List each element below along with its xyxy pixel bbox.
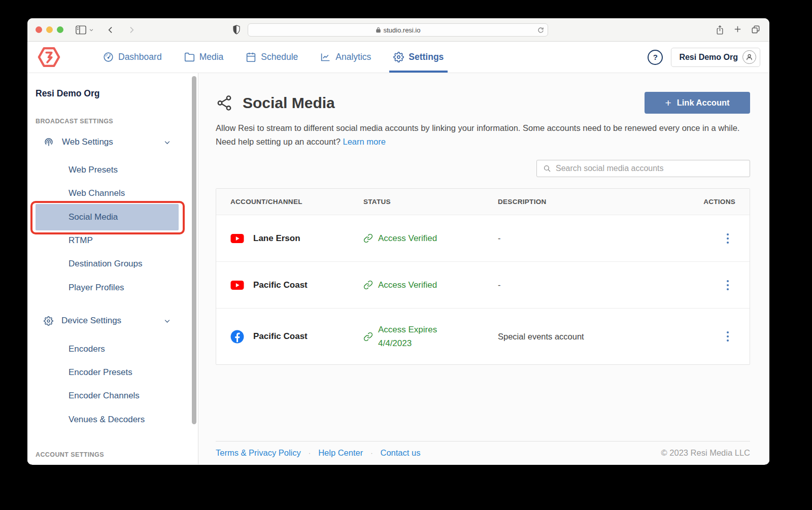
status-text: Access Expires 4/4/2023 xyxy=(378,323,464,350)
person-icon xyxy=(742,50,756,64)
sidebar-item-encoders[interactable]: Encoders xyxy=(36,337,179,361)
sidebar-item-player-profiles[interactable]: Player Profiles xyxy=(36,276,179,299)
nav-dashboard[interactable]: Dashboard xyxy=(103,42,162,73)
footer-link-terms[interactable]: Terms & Privacy Policy xyxy=(216,448,301,458)
privacy-shield-icon[interactable] xyxy=(232,24,241,35)
kebab-menu-button[interactable] xyxy=(726,233,729,244)
account-description: - xyxy=(498,280,684,290)
question-mark-icon: ? xyxy=(653,53,658,61)
chevron-down-icon xyxy=(89,27,94,32)
chrome-right-buttons xyxy=(716,25,760,35)
resi-logo[interactable] xyxy=(38,46,60,69)
sidebar-item-web-settings[interactable]: Web Settings xyxy=(27,133,191,151)
column-header-actions: ACTIONS xyxy=(684,198,750,206)
forward-button[interactable] xyxy=(127,26,136,34)
sidebar-item-device-settings[interactable]: Device Settings xyxy=(27,312,191,330)
org-menu-button[interactable]: Resi Demo Org xyxy=(671,48,760,67)
sidebar-item-label: Device Settings xyxy=(61,316,121,326)
youtube-icon xyxy=(230,233,244,244)
sidebar-item-web-channels[interactable]: Web Channels xyxy=(36,182,179,205)
sidebar-item-rtmp[interactable]: RTMP xyxy=(36,229,179,252)
tab-overview-button[interactable] xyxy=(751,25,760,35)
sidebar-section-account-settings: ACCOUNT SETTINGS xyxy=(36,451,104,458)
nav-label: Dashboard xyxy=(118,52,162,62)
back-button[interactable] xyxy=(107,26,115,34)
link-account-label: Link Account xyxy=(677,98,730,108)
sidebar-item-web-presets[interactable]: Web Presets xyxy=(36,158,179,182)
url-text: studio.resi.io xyxy=(384,26,421,34)
account-description: Special events account xyxy=(498,332,684,342)
table-header: ACCOUNT/CHANNEL STATUS DESCRIPTION ACTIO… xyxy=(216,189,750,215)
main-content: Social Media + Link Account Allow Resi t… xyxy=(198,73,769,464)
status-text: Access Verified xyxy=(378,278,437,292)
folder-icon xyxy=(184,52,195,62)
gear-icon xyxy=(393,52,404,62)
broadcast-antenna-icon xyxy=(44,137,54,147)
refresh-button[interactable] xyxy=(537,26,544,34)
calendar-icon xyxy=(246,52,256,62)
kebab-menu-button[interactable] xyxy=(726,280,729,291)
nav-label: Analytics xyxy=(335,52,371,62)
dot-separator: · xyxy=(309,449,311,457)
table-row[interactable]: Lane Erson Access Verified - xyxy=(216,215,750,262)
sidebar-item-venues-decoders[interactable]: Venues & Decoders xyxy=(36,408,179,431)
link-icon xyxy=(363,332,373,342)
nav-label: Media xyxy=(199,52,224,62)
page-title: Social Media xyxy=(243,94,335,112)
link-account-button[interactable]: + Link Account xyxy=(645,92,750,114)
search-row xyxy=(216,160,750,177)
column-header-account: ACCOUNT/CHANNEL xyxy=(216,198,363,206)
link-icon xyxy=(363,280,373,290)
nav-settings[interactable]: Settings xyxy=(393,42,444,73)
kebab-menu-button[interactable] xyxy=(726,331,729,342)
close-window-button[interactable] xyxy=(36,26,42,33)
chart-icon xyxy=(320,52,331,62)
share-button[interactable] xyxy=(716,25,724,35)
help-button[interactable]: ? xyxy=(648,50,663,65)
sidebar-toggle-button[interactable] xyxy=(76,25,94,35)
browser-chrome: studio.resi.io xyxy=(27,18,769,42)
sidebar-item-destination-groups[interactable]: Destination Groups xyxy=(36,252,179,276)
account-name: Lane Erson xyxy=(253,233,300,244)
sidebar-item-social-media[interactable]: Social Media xyxy=(36,204,179,230)
browser-window: studio.resi.io Dashboard xyxy=(27,18,769,465)
table-row[interactable]: Pacific Coast Access Expires 4/4/2023 Sp… xyxy=(216,309,750,364)
account-description: - xyxy=(498,233,684,243)
sidebar-toggle-icon xyxy=(76,25,86,35)
title-row: Social Media + Link Account xyxy=(216,92,750,114)
sidebar-item-encoder-channels[interactable]: Encoder Channels xyxy=(36,384,179,407)
nav-schedule[interactable]: Schedule xyxy=(246,42,298,73)
chevron-down-icon xyxy=(163,139,171,146)
app-header: Dashboard Media Schedule Analytics Setti… xyxy=(27,42,769,73)
dot-separator: · xyxy=(370,449,373,457)
chevron-down-icon xyxy=(163,317,171,325)
minimize-window-button[interactable] xyxy=(46,26,53,33)
traffic-lights xyxy=(36,26,63,33)
plus-icon: + xyxy=(665,97,671,108)
main-nav: Dashboard Media Schedule Analytics Setti… xyxy=(103,42,444,73)
search-input[interactable] xyxy=(556,164,750,173)
nav-analytics[interactable]: Analytics xyxy=(320,42,371,73)
sidebar-item-encoder-presets[interactable]: Encoder Presets xyxy=(36,361,179,384)
new-tab-button[interactable] xyxy=(733,25,742,35)
sidebar-org-name: Resi Demo Org xyxy=(36,88,99,99)
nav-media[interactable]: Media xyxy=(184,42,224,73)
footer-link-contact-us[interactable]: Contact us xyxy=(381,448,421,458)
sidebar-scrollbar[interactable] xyxy=(192,76,196,424)
search-box xyxy=(536,160,750,177)
url-bar[interactable]: studio.resi.io xyxy=(248,23,548,37)
app-body: Resi Demo Org BROADCAST SETTINGS Web Set… xyxy=(27,73,769,464)
share-nodes-icon xyxy=(216,94,233,112)
table-row[interactable]: Pacific Coast Access Verified - xyxy=(216,262,750,309)
status-text: Access Verified xyxy=(378,231,437,245)
social-accounts-table: ACCOUNT/CHANNEL STATUS DESCRIPTION ACTIO… xyxy=(216,188,750,365)
page-footer: Terms & Privacy Policy · Help Center · C… xyxy=(216,441,750,464)
column-header-status: STATUS xyxy=(363,198,498,206)
footer-link-help-center[interactable]: Help Center xyxy=(318,448,363,458)
nav-label: Schedule xyxy=(261,52,298,62)
nav-label: Settings xyxy=(409,52,444,62)
zoom-window-button[interactable] xyxy=(57,26,63,33)
facebook-icon xyxy=(230,330,244,344)
account-name: Pacific Coast xyxy=(253,331,308,342)
learn-more-link[interactable]: Learn more xyxy=(343,137,385,146)
